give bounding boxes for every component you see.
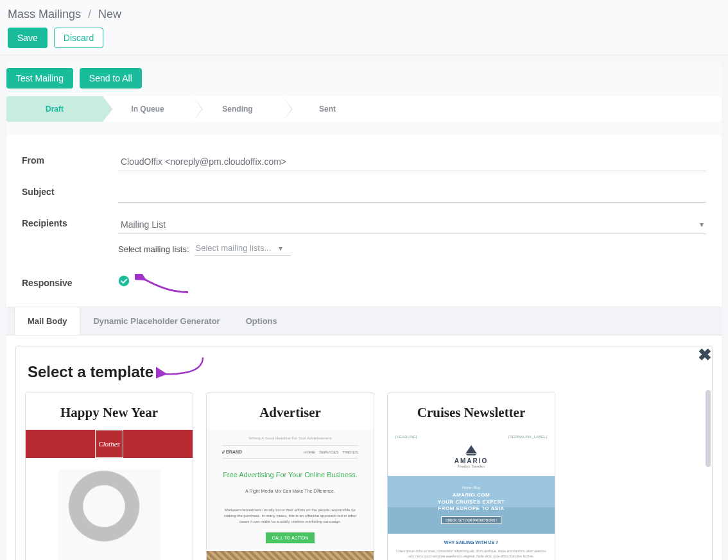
template-card-advertiser[interactable]: Advertiser Writing A Good Headline For Y… [206,393,374,560]
top-action-bar: Save Discard [8,28,720,48]
responsive-label: Responsive [22,275,118,288]
tab-options[interactable]: Options [233,307,290,335]
chevron-down-icon: ▾ [700,220,704,229]
template-cta-button: CALL TO ACTION [266,532,315,543]
breadcrumb-bar: Mass Mailings / New Save Discard [0,0,728,55]
template-card-cruises-newsletter[interactable]: Cruises Newsletter [HEADLINE] [PERMALINK… [387,393,555,560]
template-photo-placeholder [58,470,160,560]
annotation-arrow-icon [135,274,193,298]
recipients-label: Recipients [22,216,118,228]
breadcrumb-root[interactable]: Mass Mailings [8,8,81,21]
mailing-form: From Subject Recipients Mailing List ▾ [6,135,722,560]
test-mailing-button[interactable]: Test Mailing [6,68,73,89]
svg-point-0 [119,276,130,287]
template-title: Cruises Newsletter [388,393,555,430]
scrollbar[interactable] [706,390,711,467]
pipeline-stage-sent[interactable]: Sent [282,96,372,122]
mailing-lists-multiselect[interactable]: Select mailing lists... ▾ [195,242,291,256]
subject-label: Subject [22,184,118,197]
save-button[interactable]: Save [8,28,48,48]
template-preview: Clothes [26,430,193,560]
template-picker-heading: Select a template [28,363,153,381]
from-label: From [22,153,118,165]
mailing-lists-placeholder: Select mailing lists... [196,243,272,253]
pipeline-stage-sending[interactable]: Sending [193,96,282,122]
template-footer-image [207,551,374,560]
tab-mail-body[interactable]: Mail Body [14,307,80,335]
template-preview: [HEADLINE] [PERMALINK_LABEL] AMARI [388,430,555,560]
template-title: Happy New Year [26,393,193,430]
template-hero-button: CHECK OUT OUR PROMOTIONS ! [441,516,501,524]
annotation-arrow-icon [156,355,214,381]
secondary-action-bar: Test Mailing Send to All [6,62,722,96]
template-logo-text: Clothes [95,430,123,458]
from-input[interactable] [118,153,706,171]
breadcrumb: Mass Mailings / New [8,8,720,21]
form-tabs: Mail Body Dynamic Placeholder Generator … [6,307,722,335]
pipeline-stage-draft[interactable]: Draft [6,96,103,122]
responsive-checked-icon[interactable] [118,275,130,287]
template-picker: ✖ Select a template [15,346,713,560]
discard-button[interactable]: Discard [54,28,103,48]
breadcrumb-current: New [98,8,121,21]
template-card-happy-new-year[interactable]: Happy New Year Clothes [25,393,193,560]
mail-body-panel: ✖ Select a template [6,335,722,560]
sailboat-icon [464,444,479,457]
chevron-down-icon: ▾ [279,244,282,253]
template-grid: Happy New Year Clothes [25,393,703,560]
subject-input[interactable] [118,184,706,203]
recipients-select[interactable]: Mailing List ▾ [118,216,706,234]
template-title: Advertiser [207,393,374,430]
template-preview: Writing A Good Headline For Your Adverti… [207,430,374,560]
status-pipeline: Draft In Queue Sending Sent [6,96,722,122]
breadcrumb-separator: / [88,8,91,21]
send-to-all-button[interactable]: Send to All [80,68,142,89]
recipients-select-value: Mailing List [121,219,166,230]
tab-dynamic-placeholder[interactable]: Dynamic Placeholder Generator [80,307,232,335]
select-mailing-lists-label: Select mailing lists: [118,244,189,254]
pipeline-stage-in-queue[interactable]: In Queue [103,96,193,122]
